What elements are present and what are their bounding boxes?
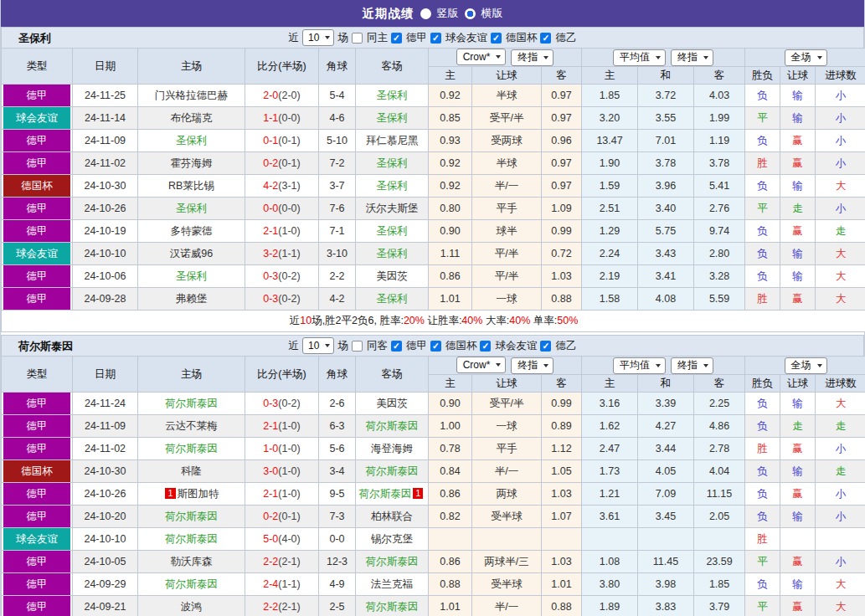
halftime-score: (1-0) [278, 488, 300, 500]
average-select[interactable]: 平均值 [613, 357, 666, 374]
fulltime-score: 0-3 [263, 398, 278, 409]
fulltime-score: 5-0 [263, 533, 278, 545]
games-count-select[interactable]: 10 [302, 29, 334, 46]
away-team: 拜仁慕尼黑 [356, 130, 429, 152]
odds-away: 0.96 [542, 130, 582, 152]
avg-draw: 4.08 [638, 288, 694, 311]
handicap-line: 半球 [472, 85, 542, 107]
handicap-line: 半球 [472, 152, 542, 175]
corner-score: 4-6 [319, 107, 356, 130]
team-name-text: 波鸿 [181, 601, 202, 613]
league-filter-checkbox[interactable]: ✓ [430, 341, 441, 352]
match-type: 德国杯 [2, 460, 73, 483]
same-venue-checkbox[interactable] [352, 33, 363, 44]
team-name-text: 圣保利 [376, 90, 408, 101]
league-filter-checkbox[interactable]: ✓ [540, 341, 551, 352]
away-team: 荷尔斯泰因 [356, 415, 429, 438]
team-name-text: 圣保利 [376, 248, 408, 259]
match-date: 24-11-09 [73, 130, 138, 152]
col-odds-handicap: 让球 [472, 375, 542, 393]
avg-away: 1.85 [694, 573, 745, 596]
bookmaker-select[interactable]: Crow* [456, 357, 507, 373]
avg-stage-select[interactable]: 终指 [671, 49, 713, 66]
team-name-text: 荷尔斯泰因 [165, 443, 218, 454]
result-text: 走 [836, 225, 847, 237]
horizontal-layout-radio[interactable] [465, 8, 476, 19]
league-filter-label: 德乙 [555, 31, 576, 45]
avg-stage-select[interactable]: 终指 [671, 357, 713, 374]
odds-home: 0.92 [429, 152, 472, 175]
fulltime-score: 2-4 [263, 578, 278, 590]
avg-away: 11.15 [694, 483, 745, 506]
result-text: 负 [757, 511, 768, 522]
handicap-line: 半/一 [472, 175, 542, 198]
result-text: 小 [836, 135, 847, 146]
col-date: 日期 [73, 357, 138, 393]
match-row: 德甲24-10-261斯图加特2-1(1-0)9-5荷尔斯泰因10.86两球1.… [2, 483, 865, 506]
col-home: 主场 [138, 357, 245, 393]
odds-home: 0.86 [429, 551, 472, 573]
col-result-wdl: 胜负 [745, 67, 780, 85]
league-badge: 德甲 [3, 85, 70, 106]
col-avg-home: 主 [582, 67, 638, 85]
odds-stage-select[interactable]: 终指 [511, 357, 553, 374]
league-filter-checkbox[interactable]: ✓ [480, 341, 491, 352]
avg-home: 2.51 [582, 198, 638, 220]
average-odds-group-header: 平均值终指 [582, 357, 745, 375]
vertical-layout-radio[interactable] [420, 8, 431, 19]
result-text: 赢 [792, 293, 803, 305]
avg-away: 2.05 [694, 506, 745, 528]
match-type: 德甲 [2, 288, 73, 311]
league-filter-checkbox[interactable]: ✓ [391, 33, 402, 44]
result-text: 输 [792, 511, 803, 522]
avg-away: 2.80 [694, 243, 745, 265]
result-text: 输 [792, 578, 803, 590]
league-filter-checkbox[interactable]: ✓ [540, 33, 551, 44]
same-venue-checkbox[interactable] [352, 341, 363, 352]
bookmaker-select[interactable]: Crow* [456, 49, 507, 65]
league-filter-checkbox[interactable]: ✓ [391, 341, 402, 352]
chevron-down-icon [817, 364, 822, 367]
avg-draw [638, 528, 694, 551]
result-wdl: 平 [745, 107, 780, 130]
home-team: 霍芬海姆 [138, 152, 245, 175]
avg-away: 23.59 [694, 551, 745, 573]
result-wdl: 胜 [745, 438, 780, 460]
result-wdl: 负 [745, 265, 780, 288]
average-odds-group-header: 平均值终指 [582, 49, 745, 67]
fulltime-score: 3-0 [263, 465, 278, 477]
result-goals: 走 [816, 220, 865, 243]
odds-home: 0.86 [429, 483, 472, 506]
avg-home: 3.80 [582, 573, 638, 596]
col-result-goals: 进球数 [816, 375, 865, 393]
match-date: 24-10-30 [73, 175, 138, 198]
team-name-text: 勒沃库森 [171, 556, 213, 567]
halftime-score: (0-2) [278, 398, 300, 409]
result-wdl: 胜 [745, 528, 780, 551]
fulltime-select[interactable]: 全场 [785, 357, 827, 374]
result-text: 小 [836, 511, 847, 522]
corner-score: 5-10 [319, 130, 356, 152]
handicap-line: 平手 [472, 438, 542, 460]
team-name-text: 汉诺威96 [170, 248, 213, 259]
result-text: 负 [757, 420, 768, 432]
result-text: 赢 [792, 135, 803, 146]
average-select[interactable]: 平均值 [613, 49, 666, 66]
league-filter-checkbox[interactable]: ✓ [491, 33, 502, 44]
match-type: 德甲 [2, 198, 73, 220]
fulltime-select[interactable]: 全场 [785, 49, 827, 66]
match-type: 德甲 [2, 393, 73, 415]
col-result-handicap: 让球 [780, 67, 816, 85]
games-count-select[interactable]: 10 [302, 337, 334, 354]
match-date: 24-10-19 [73, 220, 138, 243]
odds-stage-select[interactable]: 终指 [511, 49, 553, 66]
odds-home: 0.80 [429, 198, 472, 220]
avg-home: 2.19 [582, 265, 638, 288]
odds-home: 0.90 [429, 393, 472, 415]
chevron-down-icon [817, 56, 822, 59]
result-text: 大 [836, 248, 847, 259]
league-filter-checkbox[interactable]: ✓ [430, 33, 441, 44]
vertical-layout-label: 竖版 [437, 6, 459, 21]
league-filter-label: 德乙 [555, 339, 576, 353]
recent-results-page: 近期战绩 竖版 横版 圣保利 近 10 场 同主 ✓ 德甲 ✓ 球会友谊 ✓ 德… [0, 0, 865, 616]
